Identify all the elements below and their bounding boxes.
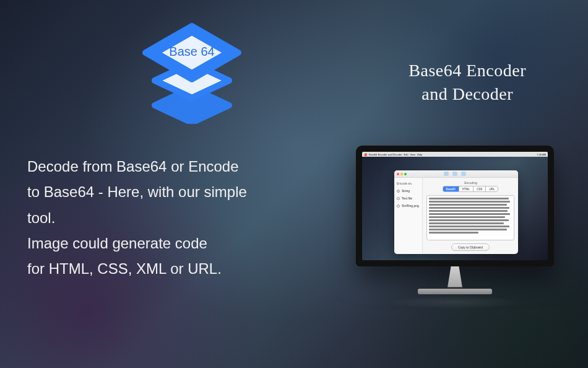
desc-line: for HTML, CSS, XML or URL. <box>27 256 312 281</box>
app-title: Base64 Encoder and Decoder <box>409 59 526 106</box>
segment-option[interactable]: URL <box>486 186 498 191</box>
logo-label: Base 64 <box>169 45 214 58</box>
marketing-description: Decode from Base64 or Encode to Base64 -… <box>27 154 312 281</box>
monitor-body: 🍎 Base64 Encoder and Decoder Edit View H… <box>356 146 554 266</box>
sidebar-option[interactable]: String <box>397 189 420 193</box>
sidebar-option-label: Stri/fling,png <box>402 204 419 208</box>
macos-menubar: 🍎 Base64 Encoder and Decoder Edit View H… <box>362 152 548 157</box>
segmented-control[interactable]: Base64 HTML CSS URL <box>443 186 499 192</box>
segment-option[interactable]: HTML <box>459 186 473 191</box>
toolbar-icon[interactable] <box>452 172 457 176</box>
monitor-screen: 🍎 Base64 Encoder and Decoder Edit View H… <box>362 152 548 260</box>
app-logo: Base 64 <box>130 19 254 124</box>
radio-icon <box>397 204 400 208</box>
desc-line: tool. <box>27 205 312 230</box>
menubar-clock: 7:44 AM <box>537 153 546 156</box>
app-main: Encoding Base64 HTML CSS URL <box>423 178 518 254</box>
menubar-app-name: Base64 Encoder and Decoder <box>369 153 402 156</box>
sidebar-option-label: Text file <box>402 196 412 200</box>
desc-line: Decode from Base64 or Encode <box>27 154 312 179</box>
output-textarea[interactable] <box>426 195 514 240</box>
monitor-mockup: 🍎 Base64 Encoder and Decoder Edit View H… <box>356 146 554 307</box>
segment-option[interactable]: Base64 <box>443 186 459 191</box>
menubar-item: View <box>410 153 416 156</box>
segment-option[interactable]: CSS <box>473 186 486 191</box>
sidebar-option[interactable]: Text file <box>397 196 420 200</box>
menubar-item: Help <box>417 153 422 156</box>
app-window: Encode as: String Text file Stri/fling,p… <box>394 170 518 254</box>
desc-line: Image could generate code <box>27 230 312 256</box>
radio-icon <box>397 197 400 200</box>
segment-label: Encoding <box>426 181 514 185</box>
maximize-icon[interactable] <box>404 173 407 175</box>
monitor-reflection <box>387 296 523 309</box>
apple-icon: 🍎 <box>364 153 367 156</box>
desc-line: to Base64 - Here, with our simple <box>27 179 312 204</box>
close-icon[interactable] <box>397 173 399 175</box>
toolbar-icons <box>409 172 501 176</box>
app-titlebar <box>394 170 518 178</box>
sidebar-header: Encode as: <box>397 182 420 185</box>
app-sidebar: Encode as: String Text file Stri/fling,p… <box>394 178 423 254</box>
sidebar-option[interactable]: Stri/fling,png <box>397 204 420 208</box>
minimize-icon[interactable] <box>400 173 403 175</box>
menubar-item: Edit <box>404 153 409 156</box>
radio-icon <box>397 190 400 193</box>
monitor-base <box>418 289 492 294</box>
copy-to-clipboard-button[interactable]: Copy to Clipboard <box>451 243 490 251</box>
title-line-2: and Decoder <box>409 82 526 106</box>
sidebar-option-label: String <box>402 189 410 193</box>
title-line-1: Base64 Encoder <box>409 59 526 82</box>
toolbar-icon[interactable] <box>461 172 466 176</box>
toolbar-icon[interactable] <box>444 172 449 176</box>
traffic-lights <box>397 173 407 175</box>
